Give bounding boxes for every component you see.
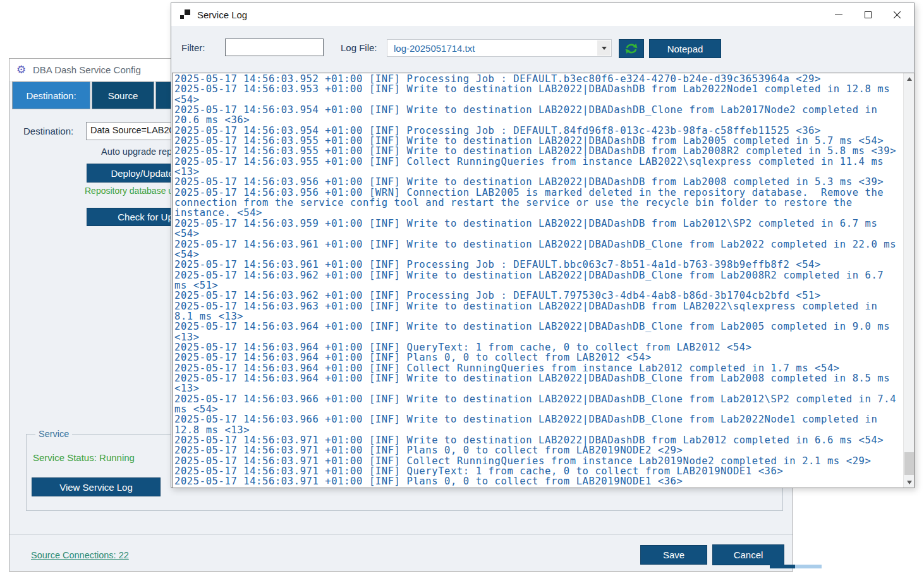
log-text-area[interactable]: 2025-05-17 14:56:03.952 +01:00 [INF] Pro… (172, 73, 915, 488)
minimize-icon (835, 15, 842, 15)
scroll-down-button[interactable] (904, 477, 915, 488)
maximize-button[interactable] (853, 3, 882, 26)
source-connections-link[interactable]: Source Connections: 22 (31, 550, 129, 560)
close-icon (893, 11, 901, 19)
log-toolbar: Filter: Log File: log-2025051714.txt Not… (171, 26, 914, 73)
gears-icon: ⚙ (16, 63, 32, 76)
minimize-button[interactable] (824, 3, 853, 26)
service-group-title: Service (35, 429, 72, 439)
log-file-label: Log File: (341, 42, 377, 53)
repository-status-text: Repository database u (85, 186, 173, 196)
service-log-window: Service Log Filter: Log File: log-202505… (171, 3, 915, 488)
tab-destination[interactable]: Destination: (12, 81, 90, 109)
log-window-title: Service Log (197, 9, 247, 20)
maximize-icon (865, 11, 872, 18)
auto-upgrade-label: Auto upgrade rep (101, 147, 172, 157)
log-file-combobox[interactable]: log-2025051714.txt (387, 39, 612, 57)
cancel-button[interactable]: Cancel (712, 544, 784, 565)
config-window-title: DBA Dash Service Config (33, 64, 141, 75)
service-log-app-icon (180, 9, 191, 20)
combo-dropdown-button[interactable] (597, 40, 611, 56)
refresh-button[interactable] (619, 39, 644, 58)
background-window-sliver-light (795, 565, 822, 568)
log-text: 2025-05-17 14:56:03.952 +01:00 [INF] Pro… (173, 73, 902, 488)
service-status-text: Service Status: Running (33, 452, 135, 463)
filter-label: Filter: (181, 42, 205, 53)
tab-source[interactable]: Source (92, 81, 154, 109)
background-window-sliver-dark (770, 565, 795, 568)
footer-divider (9, 534, 793, 535)
destination-label: Destination: (23, 126, 73, 136)
tab-destination-label: Destination: (26, 90, 76, 101)
window-controls (824, 3, 911, 26)
log-file-value: log-2025051714.txt (387, 43, 597, 54)
tab-source-label: Source (108, 90, 138, 101)
view-service-log-button[interactable]: View Service Log (32, 477, 161, 496)
scroll-up-button[interactable] (904, 73, 915, 84)
refresh-icon (624, 42, 639, 55)
scrollbar-thumb[interactable] (904, 452, 914, 475)
close-button[interactable] (882, 3, 911, 26)
chevron-down-icon (602, 47, 607, 50)
log-scrollbar[interactable] (903, 73, 914, 488)
scroll-down-icon (907, 481, 912, 484)
notepad-button[interactable]: Notepad (649, 39, 721, 58)
filter-input[interactable] (225, 39, 324, 56)
log-titlebar[interactable]: Service Log (171, 3, 914, 26)
save-button[interactable]: Save (640, 545, 707, 565)
scroll-up-icon (907, 77, 912, 81)
